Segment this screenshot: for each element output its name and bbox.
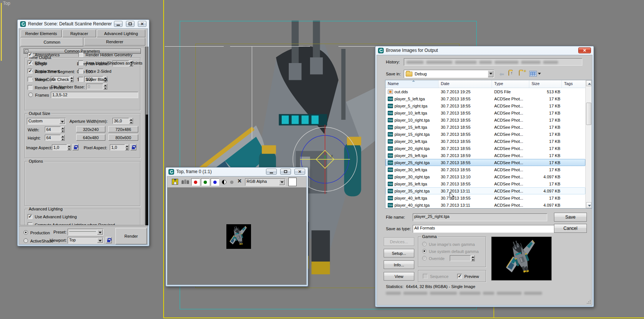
file-row[interactable]: player_10_right.tga 30.7.2013 18:55 ACDS…	[386, 116, 585, 123]
tab-common[interactable]: Common	[21, 38, 83, 46]
resize-grip[interactable]	[586, 299, 591, 304]
file-row[interactable]: out.dds 30.7.2013 19:25 DDS File 513 KB	[386, 88, 585, 95]
aperture-spinner[interactable]	[129, 118, 133, 124]
save-as-type-dropdown[interactable]: All Formats	[413, 225, 570, 233]
save-in-dropdown[interactable]: Debug	[404, 70, 494, 78]
file-row[interactable]: player_30_right.tga 30.7.2013 13:10 ACDS…	[386, 173, 585, 180]
checkbox[interactable]	[78, 60, 83, 65]
chevron-down-icon[interactable]	[488, 71, 493, 77]
close-button[interactable]: ✕	[578, 47, 591, 53]
channel-dropdown[interactable]: RGB Alpha	[245, 178, 285, 186]
checkbox[interactable]	[28, 60, 32, 65]
radio-activeshade[interactable]	[24, 238, 28, 243]
minimize-button[interactable]	[114, 21, 123, 27]
render-button[interactable]: Render	[115, 228, 147, 244]
checkbox[interactable]	[78, 77, 83, 82]
radio-production[interactable]	[24, 230, 28, 235]
checkbox[interactable]	[28, 77, 32, 82]
file-number-base-spinner[interactable]	[103, 84, 107, 90]
color-swatch[interactable]	[288, 178, 297, 186]
view-menu-icon[interactable]	[529, 71, 541, 76]
file-row[interactable]: player_30_left.tga 30.7.2013 18:55 ACDSe…	[386, 166, 585, 173]
save-button[interactable]: Save	[554, 213, 587, 222]
clone-icon[interactable]	[182, 179, 189, 184]
chevron-down-icon[interactable]	[97, 229, 103, 235]
checkbox[interactable]	[78, 52, 83, 57]
alpha-channel-icon[interactable]	[230, 181, 233, 184]
res-320x240-button[interactable]: 320x240	[76, 126, 105, 132]
preview-checkbox[interactable]	[457, 274, 462, 279]
column-header-size[interactable]: Size	[529, 80, 562, 88]
override-gamma-spinner[interactable]	[471, 255, 475, 261]
monochrome-icon[interactable]	[222, 180, 226, 184]
file-row[interactable]: player_40_left.tga 30.7.2013 18:55 ACDSe…	[386, 194, 585, 201]
tab-renderer[interactable]: Renderer	[84, 38, 145, 46]
height-field[interactable]: 64	[45, 135, 61, 141]
file-row[interactable]: player_20_right.tga 30.7.2013 18:55 ACDS…	[386, 145, 585, 152]
image-aspect-field[interactable]: 1,0	[52, 144, 67, 150]
pixel-aspect-spinner[interactable]	[125, 144, 129, 150]
save-icon[interactable]	[172, 179, 178, 185]
cancel-button[interactable]: Cancel	[554, 224, 587, 233]
maximize-button[interactable]	[126, 21, 134, 27]
pixel-aspect-lock-icon[interactable]	[130, 144, 136, 150]
setup-button[interactable]: Setup...	[384, 249, 414, 257]
file-row[interactable]: player_10_left.tga 30.7.2013 18:55 ACDSe…	[386, 109, 585, 116]
chevron-down-icon[interactable]	[97, 238, 103, 243]
view-button[interactable]: View	[384, 272, 414, 281]
rendered-image[interactable]	[226, 224, 251, 249]
radio-system-default-gamma[interactable]	[422, 249, 427, 253]
column-header-date[interactable]: Date	[439, 80, 492, 88]
column-header-type[interactable]: Type	[492, 80, 529, 88]
file-number-base-field[interactable]: 0	[86, 84, 103, 90]
clear-icon[interactable]: ×	[238, 177, 242, 185]
height-spinner[interactable]	[61, 135, 65, 141]
radio-override-gamma[interactable]	[422, 256, 427, 260]
checkbox[interactable]	[28, 85, 32, 90]
res-800x600-button[interactable]: 800x600	[108, 134, 138, 141]
scroll-up-icon[interactable]	[586, 80, 591, 86]
maximize-button[interactable]	[280, 169, 291, 175]
res-640x480-button[interactable]: 640x480	[76, 134, 105, 141]
minimize-button[interactable]	[266, 169, 277, 175]
file-row[interactable]: player_5_left.tga 30.7.2013 18:55 ACDSee…	[386, 95, 585, 102]
checkbox[interactable]	[78, 69, 83, 74]
chevron-down-icon[interactable]	[59, 119, 65, 124]
file-row[interactable]: player_35_right.tga 30.7.2013 13:11 ACDS…	[386, 187, 585, 194]
preset-dropdown[interactable]: ------------------------	[68, 229, 103, 235]
tab-raytracer[interactable]: Raytracer	[62, 29, 96, 37]
checkbox[interactable]	[28, 69, 32, 74]
pixel-aspect-field[interactable]: 1,0	[110, 144, 125, 150]
file-row[interactable]: player_15_left.tga 30.7.2013 18:55 ACDSe…	[386, 123, 585, 131]
scrollbar-thumb[interactable]	[586, 103, 591, 125]
info-button[interactable]: Info...	[384, 260, 414, 269]
green-channel-icon[interactable]	[201, 178, 210, 186]
radio-image-own-gamma[interactable]	[422, 242, 427, 246]
new-folder-icon[interactable]: ✳	[519, 71, 520, 75]
tab-render-elements[interactable]: Render Elements	[21, 29, 62, 37]
history-field[interactable]	[404, 58, 582, 66]
file-row[interactable]: player_20_left.tga 30.7.2013 18:55 ACDSe…	[386, 138, 585, 145]
back-icon[interactable]: ⬅	[499, 71, 504, 78]
image-aspect-lock-icon[interactable]	[72, 144, 78, 150]
close-button[interactable]: ✕	[294, 169, 305, 175]
frames-field[interactable]: 1,3,5-12	[51, 92, 138, 98]
file-row[interactable]: player_25_right.tga 30.7.2013 18:55 ACDS…	[386, 159, 585, 166]
checkbox[interactable]	[28, 52, 32, 57]
tab-advanced-lighting[interactable]: Advanced Lighting	[97, 29, 145, 37]
res-720x486-button[interactable]: 720x486	[108, 126, 138, 132]
viewport-lock-icon[interactable]	[106, 237, 112, 243]
frame-window-titlebar[interactable]: Top, frame 0 (1:1) ✕	[166, 168, 308, 176]
file-row[interactable]: player_35_left.tga 30.7.2013 18:55 ACDSe…	[386, 180, 585, 187]
width-spinner[interactable]	[61, 126, 65, 132]
sequence-checkbox[interactable]	[423, 274, 428, 279]
close-button[interactable]: ✕	[138, 21, 146, 27]
scroll-down-icon[interactable]	[586, 202, 591, 208]
blue-channel-icon[interactable]	[211, 178, 219, 186]
up-one-level-icon[interactable]: ↑	[508, 71, 509, 75]
width-field[interactable]: 64	[45, 126, 61, 132]
viewport-dropdown[interactable]: Top	[68, 237, 103, 244]
file-row[interactable]: player_15_right.tga 30.7.2013 18:55 ACDS…	[386, 131, 585, 138]
browse-dialog-titlebar[interactable]: Browse Images for Output ✕	[375, 46, 594, 54]
column-header-name[interactable]: Name	[386, 80, 439, 88]
